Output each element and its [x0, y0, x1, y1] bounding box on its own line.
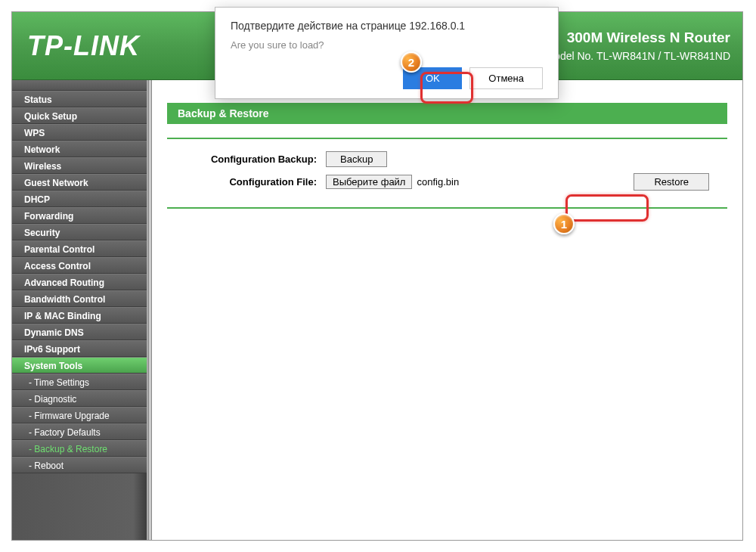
sidebar-item-forwarding[interactable]: Forwarding — [12, 207, 147, 224]
sidebar-item-wps[interactable]: WPS — [12, 124, 147, 141]
sidebar-item-bandwidth-control[interactable]: Bandwidth Control — [12, 290, 147, 307]
sidebar-item-system-tools[interactable]: System Tools — [12, 357, 147, 374]
dialog-title: Подтвердите действие на странице 192.168… — [231, 20, 543, 32]
sidebar: Status Quick Setup WPS Network Wireless … — [12, 80, 148, 540]
label-config-backup: Configuration Backup: — [167, 154, 326, 165]
panel-title: Backup & Restore — [167, 103, 727, 124]
sidebar-item-firmware-upgrade[interactable]: - Firmware Upgrade — [12, 407, 147, 423]
sidebar-item-parental-control[interactable]: Parental Control — [12, 240, 147, 257]
sidebar-item-time-settings[interactable]: - Time Settings — [12, 374, 147, 390]
sidebar-item-reboot[interactable]: - Reboot — [12, 457, 147, 473]
sidebar-item-dhcp[interactable]: DHCP — [12, 191, 147, 207]
sidebar-item-access-control[interactable]: Access Control — [12, 257, 147, 274]
sidebar-item-ip-mac-binding[interactable]: IP & MAC Binding — [12, 307, 147, 324]
choose-file-button[interactable]: Выберите файл — [326, 175, 412, 189]
sidebar-item-quick-setup[interactable]: Quick Setup — [12, 107, 147, 124]
sidebar-item-diagnostic[interactable]: - Diagnostic — [12, 390, 147, 407]
chosen-file-name: config.bin — [417, 176, 459, 188]
restore-button[interactable]: Restore — [634, 173, 709, 191]
router-admin-window: TP-LINK 300M Wireless N Router Model No.… — [11, 11, 743, 541]
callout-restore — [565, 194, 649, 222]
callout-number-1: 1 — [553, 213, 575, 234]
sidebar-item-advanced-routing[interactable]: Advanced Routing — [12, 274, 147, 290]
sidebar-item-guest-network[interactable]: Guest Network — [12, 174, 147, 191]
logo: TP-LINK — [27, 30, 140, 62]
dialog-actions: OK Отмена — [231, 67, 543, 89]
row-backup: Configuration Backup: Backup — [167, 151, 727, 167]
callout-number-2: 2 — [401, 51, 422, 73]
main-panel: Backup & Restore Configuration Backup: B… — [152, 80, 742, 540]
product-title: 300M Wireless N Router — [545, 27, 730, 49]
dialog-message: Are you sure to load? — [231, 39, 543, 51]
sidebar-item-wireless[interactable]: Wireless — [12, 157, 147, 174]
confirm-dialog: Подтвердите действие на странице 192.168… — [215, 7, 559, 99]
sidebar-spacer — [12, 80, 147, 91]
sidebar-item-ipv6-support[interactable]: IPv6 Support — [12, 340, 147, 357]
product-info: 300M Wireless N Router Model No. TL-WR84… — [545, 27, 730, 65]
sidebar-item-factory-defaults[interactable]: - Factory Defaults — [12, 423, 147, 440]
sidebar-item-security[interactable]: Security — [12, 224, 147, 240]
sidebar-item-network[interactable]: Network — [12, 141, 147, 157]
divider-top — [167, 138, 727, 139]
row-config-file: Configuration File: Выберите файл config… — [167, 173, 727, 191]
content-wrap: Status Quick Setup WPS Network Wireless … — [12, 80, 742, 540]
sidebar-item-dynamic-dns[interactable]: Dynamic DNS — [12, 324, 147, 340]
backup-button[interactable]: Backup — [326, 151, 387, 167]
sidebar-item-backup-restore[interactable]: - Backup & Restore — [12, 440, 147, 457]
label-config-file: Configuration File: — [167, 176, 326, 188]
callout-ok — [420, 72, 473, 104]
dialog-cancel-button[interactable]: Отмена — [469, 67, 543, 89]
restore-wrap: Restore — [634, 173, 709, 191]
product-model: Model No. TL-WR841N / TL-WR841ND — [545, 48, 730, 64]
sidebar-item-status[interactable]: Status — [12, 91, 147, 107]
